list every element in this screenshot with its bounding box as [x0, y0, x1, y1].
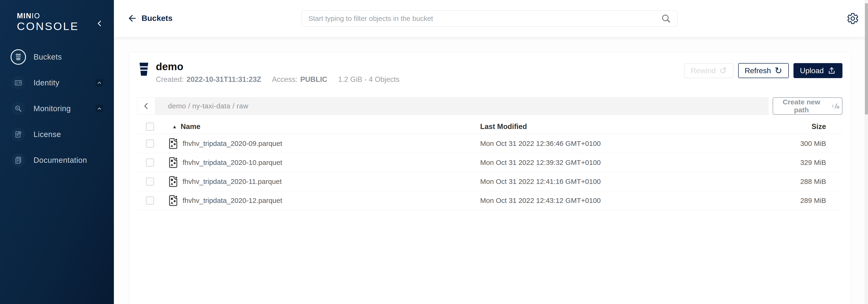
table-row[interactable]: fhvhv_tripdata_2020-09.parquet Mon Oct 3…	[137, 134, 842, 153]
topbar-title[interactable]: Buckets	[142, 13, 173, 23]
minio-console-screen: MINIO CONSOLE Buckets	[0, 0, 868, 304]
object-size: 300 MiB	[765, 140, 842, 147]
sidebar-item-documentation[interactable]: Documentation	[0, 153, 114, 168]
row-checkbox[interactable]	[146, 197, 154, 204]
minio-logo: MINIO CONSOLE	[17, 12, 79, 33]
access-value[interactable]: PUBLIC	[300, 75, 327, 84]
bucket-icon	[15, 53, 22, 61]
upload-button[interactable]: Upload	[794, 63, 842, 78]
path-row: demo / ny-taxi-data / raw Create new pat…	[137, 98, 842, 115]
select-all-checkbox[interactable]	[146, 123, 154, 131]
upload-icon	[828, 66, 836, 75]
settings-button[interactable]	[846, 12, 859, 25]
chevron-up-icon[interactable]	[96, 105, 103, 112]
console-wordmark: CONSOLE	[17, 20, 79, 33]
object-file-icon	[168, 137, 178, 150]
page-scrollbar-thumb[interactable]	[865, 3, 868, 114]
chevron-left-icon	[95, 19, 103, 28]
search-icon	[661, 13, 671, 24]
arrow-left-icon	[127, 13, 137, 24]
access-label: Access:	[272, 75, 298, 84]
sidebar-collapse-button[interactable]	[95, 19, 103, 28]
page-scrollbar-track[interactable]	[865, 0, 868, 304]
rewind-button[interactable]: Rewind ↺	[684, 63, 734, 78]
object-name[interactable]: fhvhv_tripdata_2020-12.parquet	[183, 197, 282, 204]
refresh-icon: ↻	[775, 66, 782, 75]
created-value: 2022-10-31T11:31:23Z	[187, 75, 261, 84]
identity-card-icon	[14, 79, 22, 87]
topbar: Buckets	[114, 0, 868, 37]
bucket-header: demo Created: 2022-10-31T11:31:23Z Acces…	[137, 61, 842, 85]
search-input[interactable]	[308, 14, 661, 23]
created-label: Created:	[156, 75, 184, 84]
object-modified: Mon Oct 31 2022 12:43:12 GMT+0100	[480, 197, 765, 204]
object-file-icon	[168, 157, 178, 169]
monitoring-icon	[14, 105, 22, 113]
back-button[interactable]	[127, 13, 137, 24]
rewind-icon: ↺	[719, 66, 727, 75]
refresh-button[interactable]: Refresh ↻	[738, 63, 789, 78]
license-icon	[14, 131, 22, 138]
table-row[interactable]: fhvhv_tripdata_2020-11.parquet Mon Oct 3…	[137, 172, 842, 191]
create-new-path-button[interactable]: Create new path	[773, 98, 842, 115]
sidebar-item-license[interactable]: License	[0, 127, 114, 142]
content-area: demo Created: 2022-10-31T11:31:23Z Acces…	[114, 37, 868, 304]
main-area: Buckets	[114, 0, 868, 304]
bucket-actions: Rewind ↺ Refresh ↻ Upload	[684, 63, 842, 78]
sidebar-item-label: License	[33, 130, 61, 139]
object-name[interactable]: fhvhv_tripdata_2020-09.parquet	[183, 140, 282, 147]
row-checkbox[interactable]	[146, 177, 154, 186]
object-size: 329 MiB	[765, 159, 842, 167]
minio-wordmark-bold: MIN	[17, 12, 32, 20]
upload-button-label: Upload	[800, 66, 824, 75]
sidebar-item-monitoring[interactable]: Monitoring	[0, 101, 114, 116]
object-file-icon	[168, 175, 178, 188]
row-checkbox[interactable]	[146, 159, 154, 167]
gear-icon	[846, 12, 859, 25]
object-size: 288 MiB	[765, 177, 842, 186]
new-path-icon	[832, 102, 841, 110]
refresh-button-label: Refresh	[745, 66, 771, 75]
sidebar-item-label: Documentation	[33, 156, 87, 165]
object-modified: Mon Oct 31 2022 12:41:16 GMT+0100	[480, 177, 765, 186]
sidebar-item-buckets[interactable]: Buckets	[0, 49, 114, 65]
path-back-button[interactable]	[137, 98, 155, 114]
bucket-meta: Created: 2022-10-31T11:31:23Z Access: PU…	[156, 75, 400, 84]
sidebar-item-identity[interactable]: Identity	[0, 75, 114, 90]
breadcrumb[interactable]: demo / ny-taxi-data / raw	[155, 98, 768, 114]
table-row[interactable]: fhvhv_tripdata_2020-12.parquet Mon Oct 3…	[137, 191, 842, 210]
column-header-size[interactable]: Size	[765, 122, 842, 131]
sidebar-item-label: Buckets	[33, 53, 62, 61]
object-size: 289 MiB	[765, 197, 842, 204]
column-header-modified[interactable]: Last Modified	[480, 122, 765, 131]
object-modified: Mon Oct 31 2022 12:36:46 GMT+0100	[480, 140, 765, 147]
create-new-path-label: Create new path	[775, 98, 828, 114]
sidebar-nav: Buckets Identity	[0, 49, 114, 178]
table-header-row: ▲ Name Last Modified Size	[137, 119, 842, 134]
object-modified: Mon Oct 31 2022 12:39:32 GMT+0100	[480, 159, 765, 167]
object-file-icon	[168, 194, 178, 206]
object-filter-searchbox	[301, 10, 678, 27]
bucket-name: demo	[156, 61, 400, 72]
minio-wordmark: MINIO	[17, 12, 79, 20]
bucket-browser-card: demo Created: 2022-10-31T11:31:23Z Acces…	[129, 53, 851, 304]
sidebar-item-label: Monitoring	[33, 104, 71, 113]
chevron-up-icon[interactable]	[96, 79, 103, 87]
path-bar: demo / ny-taxi-data / raw	[137, 98, 768, 115]
sidebar: MINIO CONSOLE Buckets	[0, 0, 114, 304]
bucket-usage: 1.2 GiB - 4 Objects	[338, 75, 400, 84]
table-row[interactable]: fhvhv_tripdata_2020-10.parquet Mon Oct 3…	[137, 153, 842, 172]
minio-wordmark-light: IO	[32, 12, 40, 20]
sort-ascending-icon[interactable]: ▲	[172, 124, 177, 129]
chevron-left-icon	[142, 102, 150, 110]
documentation-icon	[14, 156, 22, 164]
object-name[interactable]: fhvhv_tripdata_2020-10.parquet	[183, 159, 282, 167]
column-header-name[interactable]: Name	[181, 122, 200, 131]
bucket-icon	[138, 62, 149, 77]
sidebar-item-label: Identity	[33, 78, 59, 87]
object-name[interactable]: fhvhv_tripdata_2020-11.parquet	[183, 177, 282, 186]
row-checkbox[interactable]	[146, 140, 154, 147]
rewind-button-label: Rewind	[691, 66, 716, 75]
objects-table: ▲ Name Last Modified Size	[137, 119, 842, 210]
